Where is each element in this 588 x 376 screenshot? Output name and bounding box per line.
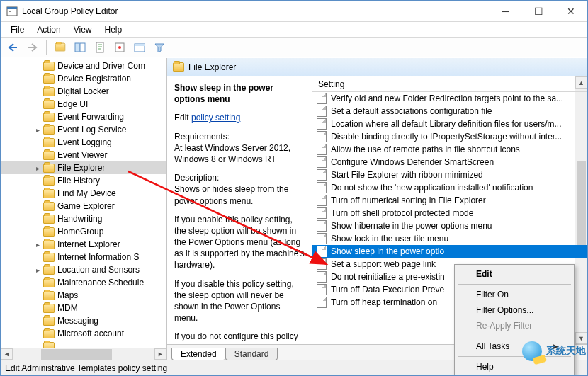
tree-node[interactable]: ▸File Explorer — [1, 161, 166, 174]
forward-button[interactable] — [25, 40, 40, 55]
tree-horizontal-scrollbar[interactable]: ◄ ► — [1, 348, 166, 360]
setting-row[interactable]: Configure Windows Defender SmartScreen — [312, 156, 587, 169]
tree-node[interactable]: Event Logging — [1, 136, 166, 149]
setting-row[interactable]: Show lock in the user tile menu — [312, 232, 587, 245]
setting-label: Set a default associations configuration… — [331, 106, 492, 116]
selected-item-title: Show sleep in the power options menu — [174, 82, 305, 105]
back-button[interactable] — [5, 40, 21, 55]
info-pane: Show sleep in the power options menu Edi… — [167, 76, 312, 344]
setting-label: Turn off Data Execution Preve — [331, 285, 444, 295]
expander-icon[interactable]: ▸ — [33, 241, 42, 249]
svg-rect-3 — [9, 13, 13, 13]
show-tree-button[interactable] — [72, 40, 88, 55]
tree-node[interactable]: Internet Information S — [1, 251, 166, 263]
export-list-button[interactable] — [92, 40, 108, 55]
tree-node[interactable]: Event Viewer — [1, 149, 166, 161]
tree-node[interactable]: Digital Locker — [1, 85, 166, 98]
setting-row[interactable]: Disable binding directly to IPropertySet… — [312, 130, 587, 143]
policy-icon — [317, 169, 327, 181]
setting-row[interactable]: Location where all default Library defin… — [312, 118, 587, 130]
refresh-button[interactable] — [112, 40, 128, 55]
settings-header[interactable]: Setting — [312, 76, 587, 92]
setting-row[interactable]: Start File Explorer with ribbon minimize… — [312, 169, 587, 181]
context-menu-label: Help — [476, 362, 494, 372]
folder-icon — [43, 176, 55, 186]
minimize-button[interactable]: ─ — [490, 1, 522, 21]
tree-node-label: Maps — [57, 290, 78, 300]
menu-action[interactable]: Action — [31, 23, 66, 36]
tree-node[interactable]: ▸Internet Explorer — [1, 238, 166, 251]
tree-node[interactable]: File History — [1, 174, 166, 187]
tree-node-label: Digital Locker — [57, 86, 109, 96]
setting-row[interactable]: Show hibernate in the power options menu — [312, 220, 587, 232]
setting-row[interactable]: Turn off numerical sorting in File Explo… — [312, 194, 587, 207]
tree-node[interactable]: Edge UI — [1, 98, 166, 110]
menu-help[interactable]: Help — [99, 23, 128, 36]
tree-node[interactable]: Maintenance Schedule — [1, 276, 166, 289]
setting-row[interactable]: Show sleep in the power optio — [312, 245, 587, 258]
context-menu-item[interactable]: Help — [456, 359, 572, 375]
context-menu-label: Filter On — [476, 290, 509, 300]
tree-node[interactable]: ▸Location and Sensors — [1, 263, 166, 276]
tree-node[interactable]: Device Registration — [1, 72, 166, 85]
tree-node-label: Edge UI — [57, 99, 88, 109]
setting-label: Allow the use of remote paths in file sh… — [331, 144, 520, 154]
edit-policy-link[interactable]: policy setting — [191, 113, 240, 123]
tree-node[interactable]: Event Forwarding — [1, 110, 166, 123]
maximize-button[interactable]: ☐ — [522, 1, 555, 21]
setting-label: Show hibernate in the power options menu — [331, 221, 492, 231]
description-para-3: If you do not configure this policy — [174, 331, 305, 342]
tree-node[interactable]: Handwriting — [1, 212, 166, 225]
tree-node[interactable]: Maps — [1, 289, 166, 302]
up-folder-button[interactable] — [52, 40, 68, 55]
tree-node[interactable]: Messaging — [1, 314, 166, 327]
right-pane-title: File Explorer — [188, 62, 236, 72]
tree-node[interactable]: ▸Event Log Service — [1, 123, 166, 136]
folder-icon — [43, 291, 55, 300]
menu-file[interactable]: File — [5, 23, 30, 36]
context-menu-item[interactable]: Edit — [456, 266, 572, 282]
setting-label: Turn off numerical sorting in File Explo… — [331, 195, 486, 205]
tree-node[interactable] — [1, 340, 166, 348]
context-menu-separator — [458, 284, 571, 285]
setting-label: Set a support web page link — [331, 259, 436, 269]
folder-icon — [43, 125, 55, 135]
menu-view[interactable]: View — [68, 23, 98, 36]
folder-icon — [43, 138, 55, 147]
setting-row[interactable]: Set a default associations configuration… — [312, 105, 587, 118]
tree-node[interactable]: Find My Device — [1, 187, 166, 200]
setting-row[interactable]: Turn off shell protocol protected mode — [312, 207, 587, 220]
tree-node[interactable]: HomeGroup — [1, 225, 166, 238]
app-window: Local Group Policy Editor ─ ☐ ✕ File Act… — [0, 0, 588, 376]
context-menu-item[interactable]: Filter Options... — [456, 302, 572, 318]
tree-node[interactable]: MDM — [1, 302, 166, 314]
context-menu-item[interactable]: Filter On — [456, 287, 572, 302]
toolbar — [1, 38, 587, 57]
tree-node[interactable]: Game Explorer — [1, 200, 166, 212]
setting-row[interactable]: Verify old and new Folder Redirection ta… — [312, 92, 587, 105]
folder-icon — [43, 266, 55, 275]
tab-standard[interactable]: Standard — [225, 348, 278, 360]
expander-icon[interactable]: ▸ — [33, 126, 42, 134]
expander-icon[interactable]: ▸ — [33, 266, 42, 274]
expander-icon[interactable]: ▸ — [33, 164, 42, 172]
policy-icon — [317, 220, 327, 232]
folder-icon — [43, 100, 55, 109]
context-menu-label: Edit — [476, 269, 492, 279]
tree-view[interactable]: Device and Driver ComDevice Registration… — [1, 58, 166, 348]
tree-node[interactable]: Microsoft account — [1, 327, 166, 340]
svg-rect-1 — [7, 7, 17, 9]
filter-button[interactable] — [152, 40, 167, 55]
tree-node-label: MDM — [57, 303, 78, 313]
tab-extended[interactable]: Extended — [171, 348, 226, 360]
window-title: Local Group Policy Editor — [22, 6, 118, 16]
setting-label: Start File Explorer with ribbon minimize… — [331, 170, 483, 180]
tree-node[interactable]: Device and Driver Com — [1, 59, 166, 72]
column-setting[interactable]: Setting — [312, 79, 350, 89]
description-para-2: If you disable this policy setting, the … — [174, 278, 305, 324]
folder-icon — [173, 62, 184, 72]
setting-row[interactable]: Allow the use of remote paths in file sh… — [312, 143, 587, 156]
setting-row[interactable]: Do not show the 'new application install… — [312, 181, 587, 194]
properties-button[interactable] — [132, 40, 147, 55]
close-button[interactable]: ✕ — [555, 1, 587, 21]
